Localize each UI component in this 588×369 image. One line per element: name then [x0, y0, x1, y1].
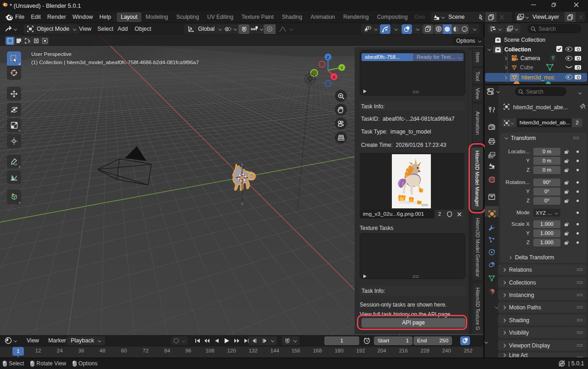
svg-text:Z: Z	[327, 55, 329, 60]
svg-text:Y: Y	[340, 65, 344, 70]
svg-text:X: X	[333, 74, 336, 79]
